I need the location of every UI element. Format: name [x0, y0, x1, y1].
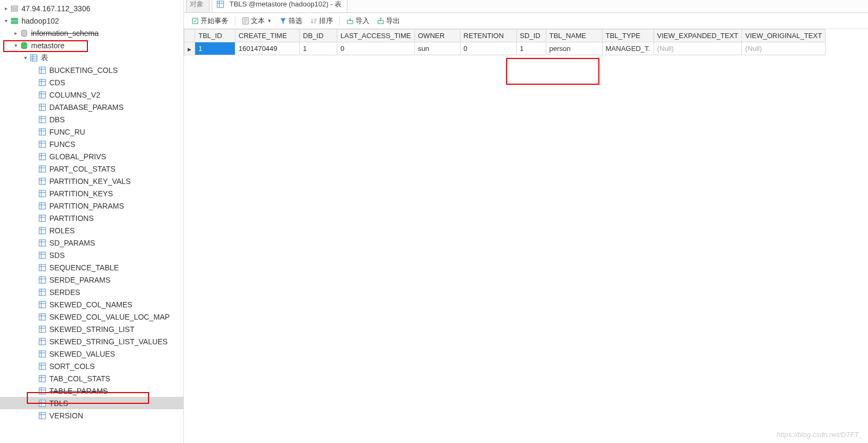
column-header[interactable]: VIEW_EXPANDED_TEXT — [654, 29, 741, 42]
tree-item[interactable]: ▸TABLE_PARAMS — [0, 385, 183, 397]
tree-item[interactable]: ▾metastore — [0, 39, 183, 51]
table-icon — [38, 190, 47, 197]
tree-item[interactable]: ▸47.94.167.112_3306 — [0, 2, 183, 14]
cell[interactable]: 1 — [195, 42, 235, 55]
column-header[interactable]: VIEW_ORIGINAL_TEXT — [742, 29, 826, 42]
cell[interactable]: (Null) — [654, 42, 741, 55]
tree-item[interactable]: ▸SERDE_PARAMS — [0, 274, 183, 286]
column-header[interactable]: CREATE_TIME — [235, 29, 300, 42]
svg-rect-70 — [39, 314, 46, 320]
tree-item[interactable]: ▸BUCKETING_COLS — [0, 64, 183, 76]
tree-item[interactable]: ▸PARTITIONS — [0, 212, 183, 224]
table-icon — [38, 412, 47, 419]
column-header[interactable]: OWNER — [414, 29, 460, 42]
tab-label: TBLS @metastore (hadoop102) - 表 — [229, 0, 342, 9]
data-grid-wrapper[interactable]: TBL_IDCREATE_TIMEDB_IDLAST_ACCESS_TIMEOW… — [184, 29, 868, 443]
tree-item-label: TBLS — [49, 399, 68, 408]
tab-label: 对象 — [190, 0, 204, 9]
tree-item[interactable]: ▸FUNC_RU — [0, 125, 183, 138]
tree-item[interactable]: ▸SD_PARAMS — [0, 237, 183, 249]
tree-item[interactable]: ▾hadoop102 — [0, 14, 183, 27]
cell[interactable]: 1 — [300, 42, 337, 55]
svg-rect-79 — [39, 351, 46, 357]
table-icon — [38, 387, 47, 395]
column-header[interactable]: TBL_NAME — [546, 29, 602, 42]
table-icon — [38, 313, 47, 321]
table-row[interactable]: 1160147044910sun01personMANAGED_T.(Null)… — [184, 42, 826, 55]
tree-item[interactable]: ▸FUNCS — [0, 138, 183, 150]
cell[interactable]: 1601470449 — [235, 42, 300, 55]
cell[interactable]: 0 — [337, 42, 415, 55]
caret-open-icon[interactable]: ▾ — [2, 18, 10, 24]
column-header[interactable]: TBL_ID — [195, 29, 235, 42]
svg-rect-6 — [31, 55, 37, 61]
table-icon — [38, 326, 47, 333]
cell[interactable]: sun — [414, 42, 460, 55]
tree-item[interactable]: ▸PARTITION_KEYS — [0, 187, 183, 200]
tree-item[interactable]: ▸SKEWED_COL_NAMES — [0, 298, 183, 311]
table-icon — [38, 239, 47, 247]
table-icon — [38, 276, 47, 284]
column-header[interactable]: SD_ID — [516, 29, 546, 42]
tree-item[interactable]: ▸DATABASE_PARAMS — [0, 101, 183, 113]
tree-item[interactable]: ▸ROLES — [0, 224, 183, 237]
tree-item-label: metastore — [31, 41, 64, 50]
table-icon — [38, 338, 47, 345]
tree-item[interactable]: ▸SERDES — [0, 286, 183, 298]
tree-item[interactable]: ▸SKEWED_VALUES — [0, 348, 183, 360]
cell[interactable]: (Null) — [742, 42, 826, 55]
tree-item[interactable]: ▸SEQUENCE_TABLE — [0, 261, 183, 274]
caret-open-icon[interactable]: ▾ — [21, 55, 29, 61]
tree-item[interactable]: ▸TBLS — [0, 397, 183, 409]
main-panel: 对象 TBLS @metastore (hadoop102) - 表 开始事务 … — [184, 0, 868, 443]
tab-objects[interactable]: 对象 — [186, 0, 210, 12]
column-header[interactable]: TBL_TYPE — [602, 29, 654, 42]
cell[interactable]: 1 — [516, 42, 546, 55]
tree-item[interactable]: ▸CDS — [0, 76, 183, 88]
tree-item[interactable]: ▾表 — [0, 51, 183, 64]
tree-item[interactable]: ▸SKEWED_COL_VALUE_LOC_MAP — [0, 311, 183, 323]
data-grid[interactable]: TBL_IDCREATE_TIMEDB_IDLAST_ACCESS_TIMEOW… — [184, 29, 826, 55]
sort-button[interactable]: 排序 — [308, 15, 335, 27]
tree-item[interactable]: ▸information_schema — [0, 27, 183, 39]
table-icon — [38, 400, 47, 407]
tree-item[interactable]: ▸TAB_COL_STATS — [0, 372, 183, 385]
tree-item[interactable]: ▸SORT_COLS — [0, 360, 183, 372]
export-button[interactable]: 导出 — [375, 15, 402, 27]
caret-icon[interactable]: ▸ — [2, 5, 10, 11]
tree-item[interactable]: ▸PARTITION_KEY_VALS — [0, 175, 183, 187]
begin-transaction-button[interactable]: 开始事务 — [189, 15, 231, 27]
tree-item[interactable]: ▸SKEWED_STRING_LIST_VALUES — [0, 335, 183, 348]
tree-item-label: CDS — [49, 78, 65, 87]
svg-rect-94 — [39, 412, 46, 419]
caret-open-icon[interactable]: ▾ — [12, 42, 19, 48]
tree-item[interactable]: ▸VERSION — [0, 409, 183, 422]
tree-item[interactable]: ▸SDS — [0, 249, 183, 261]
tree-item-label: information_schema — [31, 29, 99, 38]
tree-item[interactable]: ▸PART_COL_STATS — [0, 163, 183, 175]
cell[interactable]: MANAGED_T. — [602, 42, 654, 55]
grid-toolbar: 开始事务 文本▼ 筛选 排序 导入 导出 — [184, 13, 868, 29]
text-button[interactable]: 文本▼ — [240, 15, 274, 27]
table-icon — [38, 141, 47, 148]
tree-item-label: SKEWED_STRING_LIST_VALUES — [49, 337, 168, 346]
tree-item[interactable]: ▸PARTITION_PARAMS — [0, 200, 183, 212]
svg-rect-91 — [39, 400, 46, 407]
column-header[interactable]: LAST_ACCESS_TIME — [337, 29, 415, 42]
tab-tbls[interactable]: TBLS @metastore (hadoop102) - 表 — [212, 0, 347, 12]
tree-item[interactable]: ▸COLUMNS_V2 — [0, 88, 183, 101]
svg-rect-97 — [217, 1, 224, 8]
cell[interactable]: 0 — [460, 42, 516, 55]
filter-button[interactable]: 筛选 — [277, 15, 305, 27]
tree-item[interactable]: ▸GLOBAL_PRIVS — [0, 150, 183, 163]
tree-item[interactable]: ▸SKEWED_STRING_LIST — [0, 323, 183, 335]
column-header[interactable]: RETENTION — [460, 29, 516, 42]
caret-icon[interactable]: ▸ — [12, 30, 19, 36]
tree-item[interactable]: ▸DBS — [0, 113, 183, 125]
import-button[interactable]: 导入 — [344, 15, 372, 27]
column-header[interactable]: DB_ID — [300, 29, 337, 42]
cell[interactable]: person — [546, 42, 602, 55]
svg-rect-3 — [11, 21, 18, 24]
table-group-icon — [29, 54, 39, 62]
tree-item-label: SD_PARAMS — [49, 239, 95, 247]
